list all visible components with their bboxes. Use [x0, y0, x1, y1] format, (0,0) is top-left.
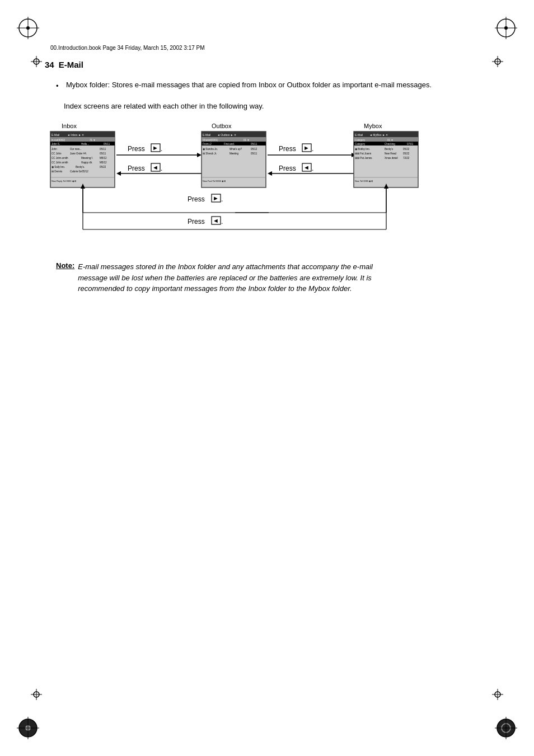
svg-text:.: . [161, 145, 162, 153]
svg-text:.: . [312, 145, 313, 153]
svg-text:Mybox: Mybox [364, 123, 382, 129]
page-meta: 00.Introduction.book Page 34 Friday, Mar… [50, 45, 495, 51]
svg-text:New Reply Tel 0003 ◉ ⊞: New Reply Tel 0003 ◉ ⊞ [51, 180, 76, 182]
svg-text:05/11: 05/11 [251, 143, 257, 145]
note-label: Note: [56, 261, 74, 270]
svg-marker-72 [116, 171, 121, 176]
svg-text:⊞⊞ Pat James: ⊞⊞ Pat James [355, 157, 372, 159]
svg-text:05/12: 05/12 [251, 148, 257, 151]
note-section: Note: E-mail messages stored in the Inbo… [56, 261, 495, 294]
svg-text:05/22: 05/22 [403, 152, 410, 155]
diagram-container: Inbox Outbox Mybox E-Mail ◄ Inbox ► ✕ in… [45, 120, 495, 246]
bullet-text: Mybox folder: Stores e-mail messages tha… [66, 79, 495, 91]
svg-text:Category: Category [355, 139, 366, 142]
svg-text:Outbox: Outbox [212, 123, 232, 129]
svg-text:◄ Outbox ► ✕: ◄ Outbox ► ✕ [217, 133, 236, 137]
corner-decoration-bl [17, 717, 39, 739]
svg-text:⊞ Dennis: ⊞ Dennis [51, 170, 63, 173]
bullet-section: • Mybox folder: Stores e-mail messages t… [56, 79, 495, 92]
svg-text:Checking: Checking [385, 143, 395, 145]
svg-text:◄: ◄ [152, 164, 158, 171]
svg-text:Becky's: Becky's [385, 148, 394, 151]
svg-text:Jane Order #4.: Jane Order #4. [70, 152, 87, 155]
svg-text:Press: Press [279, 165, 296, 172]
svg-text:Press: Press [128, 165, 145, 172]
svg-text:Hello...: Hello... [81, 143, 89, 145]
svg-text:Xmas detail: Xmas detail [385, 157, 398, 159]
svg-text:E-Mail: E-Mail [51, 133, 59, 137]
page-number: 34 [45, 60, 54, 69]
svg-text:Meaning f.: Meaning f. [81, 157, 93, 159]
indent-text: Index screens are related with each othe… [64, 101, 495, 112]
crosshair-tl [31, 56, 42, 67]
svg-text:01 ▼: 01 ▼ [243, 139, 250, 142]
svg-text:Category: Category [355, 143, 366, 145]
svg-text:.: . [312, 165, 313, 172]
svg-text:Press: Press [188, 195, 205, 203]
svg-text:01 ▼: 01 ▼ [387, 139, 394, 142]
page-header: 34 E-Mail [45, 60, 495, 69]
svg-text:Shared(0001): Shared(0001) [203, 139, 218, 142]
svg-text:Happy dir.: Happy dir. [81, 161, 92, 164]
svg-text:John S.: John S. [51, 143, 60, 145]
svg-text:71 ▼: 71 ▼ [90, 139, 96, 142]
svg-text:in-out(0002): in-out(0002) [51, 139, 65, 142]
svg-text:Inbox: Inbox [62, 123, 77, 129]
svg-text:◄: ◄ [303, 164, 310, 171]
svg-text:First-and.: First-and. [224, 143, 235, 145]
svg-text:05/11: 05/11 [100, 148, 106, 151]
page-title: E-Mail [59, 60, 83, 69]
svg-text:.: . [161, 165, 162, 172]
bullet-item: • Mybox folder: Stores e-mail messages t… [56, 79, 495, 92]
svg-text:New Fwd Tel 0004 ◉ ⊞: New Fwd Tel 0004 ◉ ⊞ [203, 180, 226, 182]
svg-marker-66 [197, 153, 202, 157]
svg-text:CC John: CC John [51, 152, 62, 155]
corner-decoration-tr [495, 17, 517, 39]
svg-text:CC John.smith: CC John.smith [51, 161, 68, 164]
svg-text:◉ Bobby bro.: ◉ Bobby bro. [355, 148, 370, 151]
svg-text:Press: Press [279, 145, 296, 153]
svg-text:◉ Sally bro.: ◉ Sally bro. [51, 166, 65, 168]
corner-decoration-br [495, 717, 517, 739]
corner-decoration-tl [17, 17, 39, 39]
note-text: E-mail messages stored in the Inbox fold… [78, 261, 402, 294]
svg-text:05/11: 05/11 [251, 152, 257, 155]
svg-text:◄ MyBox ► ✕: ◄ MyBox ► ✕ [369, 133, 388, 137]
svg-text:New Read: New Read [385, 152, 397, 155]
svg-text:CC John.smith: CC John.smith [51, 157, 68, 159]
crosshair-br [492, 689, 503, 700]
svg-text:Becky's.: Becky's. [76, 166, 85, 168]
svg-text:Calorie 0x/05/12: Calorie 0x/05/12 [70, 170, 88, 173]
svg-text:Press: Press [188, 218, 205, 226]
svg-text:72/22: 72/22 [403, 157, 410, 159]
svg-text:M5/12: M5/12 [100, 161, 107, 164]
svg-text:◄: ◄ [213, 217, 219, 224]
svg-text:E-Mail: E-Mail [203, 133, 210, 137]
svg-text:Meeting: Meeting [229, 152, 239, 155]
svg-text:05/11: 05/11 [100, 152, 106, 155]
svg-text:What's up?: What's up? [229, 148, 242, 151]
svg-text:⊞ Shreck Jr.: ⊞ Shreck Jr. [203, 152, 217, 155]
svg-text:05/22: 05/22 [403, 148, 410, 151]
svg-text:From+2: From+2 [203, 143, 212, 145]
svg-text:John: John [51, 148, 57, 151]
crosshair-bl [31, 689, 42, 700]
diagram-svg: Inbox Outbox Mybox E-Mail ◄ Inbox ► ✕ in… [45, 120, 448, 243]
svg-text:►: ► [213, 195, 219, 201]
svg-text:New Tel 0005 ◉ ⊞: New Tel 0005 ◉ ⊞ [355, 180, 373, 182]
svg-text:Press: Press [128, 145, 145, 153]
bullet-dot: • [56, 81, 64, 92]
svg-text:07/01: 07/01 [407, 143, 414, 145]
svg-text:M5/12: M5/12 [100, 157, 107, 159]
svg-text:Our new...: Our new... [70, 148, 82, 151]
svg-text:⊞⊞ Fat Joann: ⊞⊞ Fat Joann [355, 152, 372, 155]
svg-marker-103 [268, 171, 272, 176]
svg-text:►: ► [152, 144, 158, 151]
svg-text:.: . [221, 195, 223, 203]
svg-text:►: ► [303, 144, 310, 151]
svg-text:05/11: 05/11 [104, 143, 110, 145]
svg-text:.: . [221, 218, 223, 226]
svg-text:E-Mail: E-Mail [355, 133, 363, 137]
svg-text:◉ Sandra Jo.: ◉ Sandra Jo. [203, 148, 218, 151]
svg-text:◄ Inbox ► ✕: ◄ Inbox ► ✕ [67, 133, 84, 137]
